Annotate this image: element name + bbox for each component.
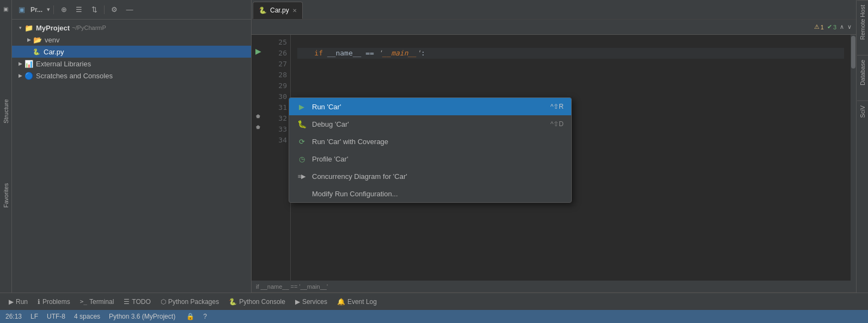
line-num-30: 30 — [268, 91, 287, 102]
gutter-28 — [252, 67, 265, 78]
scratches-arrow: ▶ — [16, 73, 24, 78]
coverage-icon: ⟳ — [297, 136, 307, 146]
todo-icon: ☰ — [124, 298, 130, 306]
project-icon[interactable]: ▣ — [1, 3, 11, 14]
python-packages-label: Python Packages — [168, 298, 219, 306]
line-num-28: 28 — [268, 70, 287, 80]
event-log-btn[interactable]: 🔔 Event Log — [333, 295, 381, 308]
tree-item-venv[interactable]: ▶ 📂 venv — [12, 34, 251, 46]
line-num-27: 27 — [268, 59, 287, 70]
breadcrumb-bar: if __name__ == '__main__' — [252, 281, 856, 293]
menu-item-debug-car[interactable]: 🐛 Debug 'Car' ^⇧D — [289, 115, 571, 133]
status-python[interactable]: Python 3.6 (MyProject) — [109, 313, 175, 320]
structure-tab[interactable]: Structure — [1, 92, 11, 131]
problems-btn[interactable]: ℹ Problems — [33, 295, 75, 308]
python-packages-btn[interactable]: ⬡ Python Packages — [156, 295, 223, 308]
status-bar: 26:13 LF UTF-8 4 spaces Python 3.6 (MyPr… — [0, 310, 868, 323]
problems-icon: ℹ — [38, 298, 40, 306]
terminal-btn[interactable]: >_ Terminal — [76, 295, 119, 308]
python-packages-icon: ⬡ — [161, 298, 166, 306]
tab-py-icon: 🐍 — [259, 7, 267, 14]
tab-label: Car.py — [270, 7, 289, 14]
nav-up-icon[interactable]: ∧ — [840, 23, 844, 30]
todo-btn[interactable]: ☰ TODO — [119, 295, 155, 308]
concurrency-icon: ≡▶ — [297, 171, 307, 181]
profile-car-icon: ◷ — [297, 154, 307, 164]
align-btn[interactable]: ☰ — [72, 3, 85, 16]
code-line-28 — [297, 70, 844, 80]
python-console-label: Python Console — [239, 298, 285, 306]
line-num-26: 26 — [268, 48, 287, 59]
tree-item-external-libs[interactable]: ▶ 📊 External Libraries — [12, 58, 251, 70]
menu-item-modify-run[interactable]: Modify Run Configuration... — [289, 185, 571, 202]
profile-car-label: Profile 'Car' — [312, 155, 558, 163]
status-position[interactable]: 26:13 — [5, 313, 22, 320]
line-ending-text: LF — [30, 313, 38, 320]
line-num-25: 25 — [268, 37, 287, 48]
root-label: MyProject — [36, 24, 70, 32]
line-num-31: 31 — [268, 102, 287, 113]
event-log-icon: 🔔 — [337, 298, 345, 306]
scrollbar-thumb[interactable] — [851, 36, 855, 69]
status-line-ending[interactable]: LF — [30, 313, 38, 320]
debug-car-icon: 🐛 — [297, 119, 307, 129]
tree-item-car-py[interactable]: 🐍 Car.py — [12, 46, 251, 58]
editor-header: ⚠ 1 ✔ 3 ∧ ∨ — [252, 20, 856, 35]
tree-root[interactable]: ▾ 📁 MyProject ~/PyCharmP — [12, 22, 251, 34]
tab-car-py[interactable]: 🐍 Car.py ✕ — [253, 2, 303, 19]
gutter-27 — [252, 57, 265, 67]
lock-icon: 🔒 — [186, 313, 194, 320]
dropdown-arrow[interactable]: ▾ — [47, 6, 50, 13]
run-btn[interactable]: ▶ Run — [4, 295, 32, 308]
settings-btn[interactable]: ⚙ — [108, 3, 121, 16]
breadcrumb-text: if __name__ == '__main__' — [256, 283, 328, 290]
venv-folder-icon: 📂 — [33, 35, 42, 45]
nav-down-icon[interactable]: ∨ — [847, 23, 852, 30]
menu-item-run-car[interactable]: ▶ Run 'Car' ^⇧R — [289, 98, 571, 115]
line-num-34: 34 — [268, 135, 287, 146]
editor-content: ▶ ⬟ ⬟ 25 26 27 28 2 — [252, 35, 856, 281]
editor-scrollbar[interactable] — [851, 35, 856, 281]
root-arrow: ▾ — [16, 25, 24, 30]
menu-item-concurrency[interactable]: ≡▶ Concurrency Diagram for 'Car' — [289, 167, 571, 185]
status-lock[interactable]: 🔒 — [186, 313, 194, 320]
toolbar-sep-2 — [104, 5, 105, 14]
favorites-tab[interactable]: Favorites — [1, 176, 11, 214]
eq-op: == — [365, 48, 374, 59]
right-tab-remote-host[interactable]: Remote Host — [857, 0, 868, 44]
car-py-label: Car.py — [44, 48, 64, 56]
main-layout: ▣ Structure Favorites ▣ Pr... ▾ ⊕ ☰ ⇅ ⚙ … — [0, 0, 868, 293]
root-path: ~/PyCharmP — [72, 24, 106, 31]
tree-item-scratches[interactable]: ▶ 🔵 Scratches and Consoles — [12, 70, 251, 82]
right-tab-database[interactable]: Database — [857, 55, 868, 90]
ext-lib-icon: 📊 — [24, 59, 34, 69]
status-indent[interactable]: 4 spaces — [74, 313, 100, 320]
tab-close-btn[interactable]: ✕ — [292, 8, 297, 14]
check-icon: ✔ — [827, 23, 832, 30]
gutter-30 — [252, 89, 265, 100]
menu-item-coverage[interactable]: ⟳ Run 'Car' with Coverage — [289, 133, 571, 150]
run-car-label: Run 'Car' — [312, 103, 545, 111]
add-btn[interactable]: ⊕ — [57, 3, 70, 16]
code-line-29 — [297, 80, 844, 91]
event-log-label: Event Log — [347, 298, 377, 306]
right-sidebar: Remote Host Database SciV — [856, 0, 868, 293]
minimize-btn[interactable]: — — [123, 3, 136, 16]
status-encoding[interactable]: UTF-8 — [47, 313, 65, 320]
main-str: '__main__' — [378, 48, 421, 59]
left-sidebar: ▣ Structure Favorites — [0, 0, 12, 293]
gutter: ▶ ⬟ ⬟ — [252, 35, 265, 281]
check-count: 3 — [833, 24, 836, 30]
collapse-btn[interactable]: ⇅ — [88, 3, 101, 16]
right-tab-sciv[interactable]: SciV — [857, 101, 868, 122]
terminal-icon: >_ — [80, 298, 87, 305]
run-car-shortcut: ^⇧R — [551, 103, 564, 110]
menu-item-profile-car[interactable]: ◷ Profile 'Car' — [289, 150, 571, 167]
services-btn[interactable]: ▶ Services — [291, 295, 332, 308]
check-badge: ✔ 3 — [827, 23, 836, 30]
kw-if: if — [314, 48, 323, 59]
python-console-btn[interactable]: 🐍 Python Console — [224, 295, 290, 308]
gutter-32: ⬟ — [252, 111, 265, 122]
line-num-32: 32 — [268, 113, 287, 124]
status-help[interactable]: ? — [203, 313, 207, 320]
